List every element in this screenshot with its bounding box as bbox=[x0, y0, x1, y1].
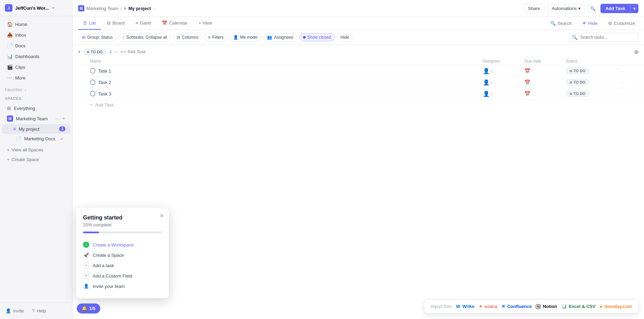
automations-label: Automations bbox=[552, 6, 577, 11]
create-space-icon: + bbox=[7, 157, 10, 162]
import-asana[interactable]: ✦ asana bbox=[479, 304, 497, 309]
search-circle-button[interactable]: 🔍 bbox=[588, 3, 598, 13]
tab-list[interactable]: ☰ List bbox=[78, 17, 101, 30]
group-collapse-btn[interactable]: ▾ bbox=[78, 49, 80, 54]
table-row[interactable]: Task 2 👤+ 📅 TO DO ··· bbox=[73, 77, 644, 88]
share-button[interactable]: Share bbox=[523, 4, 544, 13]
import-monday[interactable]: ● monday.com bbox=[600, 304, 632, 309]
customize-btn[interactable]: ⚙ Customize bbox=[605, 19, 638, 28]
table-row[interactable]: Task 1 👤+ 📅 TO DO ··· bbox=[73, 65, 644, 77]
breadcrumb-avatar: M bbox=[78, 5, 84, 11]
filter-assignees[interactable]: 👥 Assignees bbox=[263, 33, 297, 41]
task-more-2[interactable]: ··· bbox=[621, 80, 638, 85]
task-status-2[interactable]: TO DO bbox=[566, 79, 621, 86]
workspace-header[interactable]: J JeffCun's Wor... ▾ bbox=[0, 0, 72, 16]
sidebar-item-docs[interactable]: 📄 Docs bbox=[2, 40, 70, 51]
sidebar-item-dashboards[interactable]: 📊 Dashboards bbox=[2, 51, 70, 62]
marketing-team-dots[interactable]: ··· bbox=[55, 116, 59, 121]
filter-subtasks[interactable]: ↕ Subtasks: Collapse all bbox=[119, 33, 171, 41]
search-label: Search bbox=[558, 21, 572, 26]
docs-check-icon: ✓ bbox=[60, 137, 64, 141]
group-add-task[interactable]: + + Add Task bbox=[120, 49, 146, 54]
task-circle-1[interactable] bbox=[90, 68, 95, 74]
filter-columns[interactable]: ⊟ Columns bbox=[173, 33, 202, 41]
excel-icon: 📊 bbox=[561, 304, 567, 309]
sidebar-dashboards-label: Dashboards bbox=[15, 54, 39, 59]
tab-gantt[interactable]: ≡ Gantt bbox=[131, 17, 156, 30]
view-all-spaces[interactable]: + View all Spaces bbox=[2, 145, 70, 154]
getting-started-close[interactable]: ✕ bbox=[159, 213, 164, 219]
sidebar-item-inbox[interactable]: 📥 Inbox bbox=[2, 30, 70, 40]
add-task-inline[interactable]: + Add Task bbox=[73, 100, 644, 110]
task-circle-2[interactable] bbox=[90, 79, 95, 85]
filter-me-mode[interactable]: 👤 Me mode bbox=[229, 33, 261, 41]
assignee-add-icon-3: 👤+ bbox=[483, 91, 493, 97]
task-assignee-2[interactable]: 👤+ bbox=[483, 79, 524, 86]
gs-item-space[interactable]: 🚀 Create a Space bbox=[83, 250, 162, 260]
task-status-1[interactable]: TO DO bbox=[566, 67, 621, 74]
col-status: Status bbox=[566, 59, 621, 64]
wrike-icon: W bbox=[456, 304, 460, 309]
import-excel[interactable]: 📊 Excel & CSV bbox=[561, 304, 596, 309]
project-options-dots[interactable]: ··· bbox=[153, 6, 157, 11]
task-assignee-3[interactable]: 👤+ bbox=[483, 91, 524, 97]
task-duedate-3[interactable]: 📅 bbox=[524, 91, 566, 96]
tab-calendar[interactable]: 📅 Calendar bbox=[157, 17, 192, 30]
import-confluence[interactable]: ✕ Confluence bbox=[502, 304, 532, 309]
table-add-column[interactable]: ⊕ bbox=[634, 49, 638, 55]
col-name: Name bbox=[90, 59, 483, 64]
import-wrike[interactable]: W Wrike bbox=[456, 304, 474, 309]
sidebar-my-project[interactable]: ≡ My project 3 bbox=[2, 124, 70, 134]
assignees-label: Assignees bbox=[274, 35, 293, 40]
duedate-icon-3: 📅 bbox=[524, 91, 530, 96]
favorites-section[interactable]: Favorites › bbox=[0, 86, 72, 94]
duedate-icon-2: 📅 bbox=[524, 79, 530, 85]
sidebar-item-clips[interactable]: 🎬 Clips bbox=[2, 62, 70, 72]
add-task-button[interactable]: Add Task bbox=[600, 4, 630, 13]
gs-item-task[interactable]: + Add a task bbox=[83, 260, 162, 271]
breadcrumb-list-icon: ≡ bbox=[124, 6, 127, 11]
create-space[interactable]: + Create Space bbox=[2, 155, 70, 164]
breadcrumb-space[interactable]: Marketing Team bbox=[86, 6, 118, 11]
task-circle-3[interactable] bbox=[90, 91, 95, 96]
docs-icon: 📄 bbox=[7, 43, 12, 48]
add-task-split-button[interactable]: ▾ bbox=[630, 4, 638, 13]
gs-item-workspace[interactable]: ✓ Create a Workspace bbox=[83, 240, 162, 250]
tab-view[interactable]: + View bbox=[194, 17, 217, 30]
task-assignee-1[interactable]: 👤+ bbox=[483, 68, 524, 74]
task-status-label-3: TO DO bbox=[573, 92, 586, 96]
group-header-todo: ▾ TO DO 3 ··· + + Add Task ⊕ bbox=[73, 45, 644, 57]
task-status-3[interactable]: TO DO bbox=[566, 90, 621, 97]
group-dots[interactable]: ··· bbox=[114, 49, 118, 54]
filter-hide[interactable]: Hide bbox=[337, 33, 353, 41]
onboard-btn[interactable]: 🔔 1/5 bbox=[77, 303, 100, 313]
filter-group-status[interactable]: ⊞ Group: Status bbox=[78, 33, 117, 41]
hide-btn[interactable]: 👁 Hide bbox=[579, 19, 601, 28]
invite-button[interactable]: 👤 Invite bbox=[2, 306, 27, 316]
task-status-dot-1 bbox=[570, 70, 572, 72]
gs-label-workspace: Create a Workspace bbox=[93, 242, 134, 247]
table-row[interactable]: Task 3 👤+ 📅 TO DO ··· bbox=[73, 88, 644, 100]
import-notion[interactable]: N Notion bbox=[536, 304, 557, 309]
gs-item-custom-field[interactable]: ✎ Add a Custom Field bbox=[83, 271, 162, 281]
gs-item-invite-team[interactable]: 👤 Invite your team bbox=[83, 281, 162, 291]
task-duedate-2[interactable]: 📅 bbox=[524, 79, 566, 85]
task-more-1[interactable]: ··· bbox=[621, 68, 638, 74]
task-duedate-1[interactable]: 📅 bbox=[524, 68, 566, 74]
workspace-chevron[interactable]: ▾ bbox=[52, 6, 54, 10]
sidebar-marketing-docs[interactable]: 📄 Marketing Docs ✓ bbox=[2, 134, 70, 143]
help-button[interactable]: ? Help bbox=[29, 306, 49, 316]
search-tasks-input[interactable] bbox=[569, 33, 638, 42]
sidebar-item-home[interactable]: 🏠 Home bbox=[2, 19, 70, 29]
automations-button[interactable]: Automations ▾ bbox=[547, 4, 585, 13]
hide-icon: 👁 bbox=[582, 21, 587, 26]
search-btn[interactable]: 🔍 Search bbox=[547, 19, 575, 28]
tab-board[interactable]: ⊟ Board bbox=[102, 17, 129, 30]
sidebar-item-everything[interactable]: ⊞ Everything bbox=[2, 103, 70, 113]
filter-show-closed[interactable]: Show closed bbox=[299, 33, 335, 41]
sidebar-marketing-team[interactable]: M Marketing Team ··· + bbox=[2, 113, 70, 124]
marketing-team-add[interactable]: + bbox=[62, 115, 65, 122]
task-more-3[interactable]: ··· bbox=[621, 91, 638, 96]
sidebar-item-more[interactable]: ⋯ More bbox=[2, 73, 70, 83]
filter-filters[interactable]: ≡ Filters bbox=[204, 33, 227, 41]
